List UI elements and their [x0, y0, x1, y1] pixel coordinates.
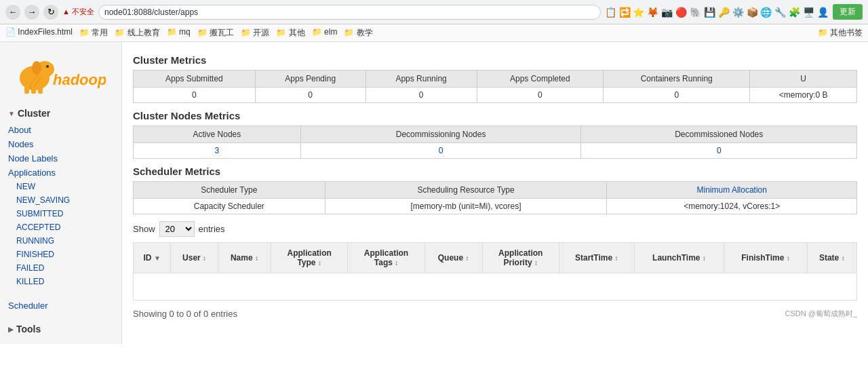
sidebar-link-finished[interactable]: FINISHED — [8, 248, 113, 261]
decommissioned-link[interactable]: 0 — [717, 146, 722, 155]
entries-select[interactable]: 10 20 25 50 100 — [159, 221, 195, 237]
tools-arrow: ▶ — [8, 326, 14, 333]
val-decommissioning-nodes[interactable]: 0 — [300, 143, 581, 159]
col-scheduling-resource: Scheduling Resource Type — [325, 182, 607, 199]
cluster-label: Cluster — [18, 108, 50, 119]
val-extra: <memory:0 B — [750, 88, 857, 103]
svg-rect-4 — [24, 87, 29, 94]
th-name[interactable]: Name ↕ — [218, 243, 271, 273]
bookmark-other[interactable]: 📁 其他 — [276, 27, 304, 39]
sidebar-link-new[interactable]: NEW — [8, 180, 113, 193]
svg-rect-5 — [31, 87, 36, 94]
sort-arrow-queue: ↕ — [465, 254, 469, 262]
active-nodes-link[interactable]: 3 — [215, 146, 220, 155]
th-user[interactable]: User ↕ — [171, 243, 218, 273]
sidebar-link-new-saving[interactable]: NEW_SAVING — [8, 193, 113, 207]
decommissioning-link[interactable]: 0 — [439, 146, 443, 155]
sidebar-link-accepted[interactable]: ACCEPTED — [8, 220, 113, 234]
sidebar-link-nodes[interactable]: Nodes — [8, 137, 113, 151]
bookmark-elm[interactable]: 📁 elm — [312, 27, 338, 39]
sidebar-link-running[interactable]: RUNNING — [8, 234, 113, 248]
cluster-header[interactable]: ▼ Cluster — [0, 104, 121, 123]
bookmark-opensource[interactable]: 📁 开源 — [241, 27, 269, 39]
sidebar-link-submitted[interactable]: SUBMITTED — [8, 207, 113, 220]
tools-label: Tools — [16, 324, 41, 334]
col-decommissioning-nodes: Decommissioning Nodes — [300, 126, 581, 143]
val-decommissioned-nodes[interactable]: 0 — [581, 143, 857, 159]
th-id[interactable]: ID ▼ — [134, 243, 171, 273]
val-apps-submitted: 0 — [134, 88, 256, 103]
sort-arrow-tags: ↕ — [395, 259, 398, 267]
showing-text: Showing 0 to 0 of 0 entries — [133, 309, 237, 319]
show-label: Show — [133, 224, 155, 234]
watermark: CSDN @葡萄成熟时_ — [785, 309, 857, 319]
browser-icons: 📋 🔁 ⭐ 🦊 📷 🔴 🐘 💾 🔑 ⚙️ 📦 🌐 🔧 🧩 🖥️ 👤 — [605, 7, 829, 18]
sidebar: hadoop ▼ Cluster About Nodes Node Labels… — [0, 42, 122, 344]
svg-point-3 — [32, 61, 41, 75]
apps-table: ID ▼ User ↕ Name ↕ ApplicationType ↕ App… — [133, 242, 857, 301]
bookmark-education[interactable]: 📁 线上教育 — [115, 27, 159, 39]
th-finish-time[interactable]: FinishTime ↕ — [724, 243, 807, 273]
bookmark-tutorial[interactable]: 📁 教学 — [344, 27, 372, 39]
th-queue[interactable]: Queue ↕ — [425, 243, 482, 273]
val-active-nodes[interactable]: 3 — [134, 143, 301, 159]
entries-label: entries — [199, 224, 225, 234]
reload-button[interactable]: ↻ — [43, 5, 58, 20]
th-app-priority[interactable]: ApplicationPriority ↕ — [482, 243, 559, 273]
security-warning: ▲ 不安全 — [62, 7, 94, 17]
bookmark-indexfiles[interactable]: 📄 IndexFiles.html — [5, 27, 73, 39]
empty-row — [134, 273, 857, 301]
sort-arrow-priority: ↕ — [534, 259, 538, 267]
bookmark-vps[interactable]: 📁 搬瓦工 — [197, 27, 234, 39]
col-active-nodes: Active Nodes — [134, 126, 301, 143]
th-state[interactable]: State ↕ — [807, 243, 856, 273]
bookmark-other-bookmarks[interactable]: 📁 其他书签 — [818, 27, 863, 39]
col-apps-completed: Apps Completed — [477, 71, 604, 88]
sidebar-link-about[interactable]: About — [8, 123, 113, 137]
col-apps-running: Apps Running — [366, 71, 477, 88]
svg-rect-6 — [38, 87, 43, 94]
bookmark-mq[interactable]: 📁 mq — [167, 27, 191, 39]
scheduler-metrics-table: Scheduler Type Scheduling Resource Type … — [133, 181, 857, 214]
scheduler-metrics-title: Scheduler Metrics — [133, 166, 857, 177]
empty-cell — [134, 273, 857, 301]
bookmarks-bar: 📄 IndexFiles.html 📁 常用 📁 线上教育 📁 mq 📁 搬瓦工… — [0, 24, 868, 42]
sidebar-link-failed[interactable]: FAILED — [8, 261, 113, 275]
col-containers-running: Containers Running — [604, 71, 750, 88]
svg-text:hadoop: hadoop — [53, 71, 106, 88]
col-decommissioned-nodes: Decommissioned Nodes — [581, 126, 857, 143]
col-apps-pending: Apps Pending — [255, 71, 366, 88]
sort-arrow-id: ▼ — [154, 254, 161, 262]
cluster-nodes-title: Cluster Nodes Metrics — [133, 110, 857, 121]
val-min-allocation: <memory:1024, vCores:1> — [607, 199, 857, 214]
sort-arrow-finish: ↕ — [787, 254, 790, 262]
val-apps-pending: 0 — [255, 88, 366, 103]
val-apps-completed: 0 — [477, 88, 604, 103]
th-app-type[interactable]: ApplicationType ↕ — [271, 243, 347, 273]
val-scheduling-resource: [memory-mb (unit=Mi), vcores] — [325, 199, 607, 214]
sidebar-link-applications[interactable]: Applications — [8, 166, 113, 180]
th-launch-time[interactable]: LaunchTime ↕ — [634, 243, 724, 273]
sidebar-link-killed[interactable]: KILLED — [8, 275, 113, 288]
main-content: Cluster Metrics Apps Submitted Apps Pend… — [122, 42, 868, 344]
sidebar-link-node-labels[interactable]: Node Labels — [8, 151, 113, 166]
sort-arrow-user: ↕ — [203, 254, 206, 262]
sidebar-link-scheduler[interactable]: Scheduler — [8, 299, 113, 313]
col-min-allocation: Minimum Allocation — [607, 182, 857, 199]
col-apps-submitted: Apps Submitted — [134, 71, 256, 88]
sort-arrow-launch: ↕ — [703, 254, 706, 262]
url-bar[interactable] — [98, 5, 601, 20]
bookmark-common[interactable]: 📁 常用 — [79, 27, 108, 39]
cluster-nodes-table: Active Nodes Decommissioning Nodes Decom… — [133, 126, 857, 159]
col-scheduler-type: Scheduler Type — [134, 182, 326, 199]
th-start-time[interactable]: StartTime ↕ — [559, 243, 634, 273]
update-button[interactable]: 更新 — [833, 4, 863, 20]
back-button[interactable]: ← — [5, 5, 20, 20]
sort-arrow-name: ↕ — [255, 254, 258, 262]
forward-button[interactable]: → — [24, 5, 39, 20]
val-apps-running: 0 — [366, 88, 477, 103]
cluster-arrow: ▼ — [8, 110, 15, 117]
cluster-metrics-title: Cluster Metrics — [133, 54, 857, 66]
tools-header[interactable]: ▶ Tools — [0, 320, 121, 339]
th-app-tags[interactable]: ApplicationTags ↕ — [348, 243, 425, 273]
